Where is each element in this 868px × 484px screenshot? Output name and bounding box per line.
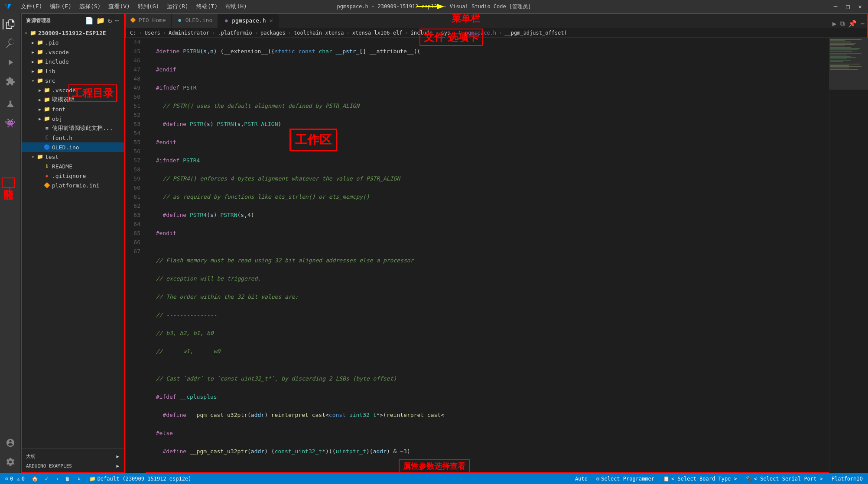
tab-pio-home[interactable]: 🔶 PIO Home [125, 13, 172, 28]
menu-select[interactable]: 选择(S) [76, 2, 104, 11]
close-button[interactable]: ✕ [856, 2, 865, 11]
trash-button[interactable]: 🗑 [63, 473, 72, 484]
tab-pgmspace-h[interactable]: ● pgmspace.h ✕ [218, 13, 279, 28]
select-serial-status[interactable]: 🔌 < Select Serial Port > [744, 473, 825, 484]
tree-item-label: obj [52, 116, 62, 122]
tree-item-root[interactable]: ▾ 📁 230909-151912-ESP12E [21, 28, 124, 38]
account-activity-item[interactable] [3, 435, 18, 451]
folder-icon: 📁 [36, 68, 43, 74]
sidebar-header-icons[interactable]: 📄 📁 ↻ ⋯ [85, 16, 119, 25]
bc-c: C: [130, 30, 136, 36]
tree-item-label: 取模说明 [52, 96, 75, 103]
extensions-activity-item[interactable] [3, 74, 18, 89]
menu-edit[interactable]: 编辑(E) [46, 2, 75, 11]
tree-item-gitignore[interactable]: ▶ ◆ .gitignore [21, 171, 124, 181]
download-icon: ⬇ [77, 476, 80, 482]
more-button[interactable]: ⋯ [860, 19, 865, 28]
tab-close-button[interactable]: ✕ [270, 17, 273, 24]
more-icon[interactable]: ⋯ [115, 16, 119, 25]
bc-function: __pgm_adjust_offset( [504, 30, 567, 36]
bc-sep: › [288, 30, 291, 36]
tree-item-label: src [45, 77, 55, 84]
tree-item-vscode[interactable]: ▶ 📁 .vscode [21, 47, 124, 57]
code-content[interactable]: #define PSTRN(s,n) (__extension__({stati… [146, 38, 829, 473]
home-button[interactable]: 🏠 [30, 473, 40, 484]
maximize-button[interactable]: □ [843, 2, 852, 11]
outline-section[interactable]: 大纲 ▶ [26, 452, 119, 461]
bc-packages: packages [260, 30, 286, 36]
window-controls[interactable]: ─ □ ✕ [831, 2, 865, 11]
tree-item-label: OLED.ino [52, 144, 79, 151]
run-button[interactable]: ▶ [832, 19, 837, 28]
tree-item-platformio-ini[interactable]: ▶ 🔶 platformio.ini [21, 181, 124, 190]
new-folder-icon[interactable]: 📁 [96, 16, 105, 25]
bc-admin: Administrator [169, 30, 209, 36]
tab-oled-ino[interactable]: ● OLED.ino [172, 13, 218, 28]
minimap-content [829, 38, 868, 71]
menu-terminal[interactable]: 终端(T) [193, 2, 221, 11]
menu-help[interactable]: 帮助(H) [222, 2, 250, 11]
tab-bar-right[interactable]: ▶ ⧉ 📌 ⋯ [832, 19, 868, 28]
activity-bar: 👾 功能区 [0, 13, 21, 473]
tree-item-label: .vscode [52, 87, 76, 94]
folder-arrow: ▾ [29, 77, 36, 84]
tree-item-readme[interactable]: ▶ ℹ README [21, 161, 124, 171]
download-button[interactable]: ⬇ [75, 473, 82, 484]
tree-item-test[interactable]: ▾ 📁 test [21, 152, 124, 161]
tree-item-readme-txt[interactable]: ▶ ≡ 使用前请阅读此文档... [21, 123, 124, 133]
settings-activity-item[interactable] [3, 454, 18, 470]
ino-tab-icon: ● [177, 17, 183, 23]
select-programmer-status[interactable]: ⚙ Select Programmer [595, 473, 656, 484]
folder-icon: 📁 [36, 77, 43, 84]
tree-item-include[interactable]: ▶ 📁 include [21, 57, 124, 66]
tree-item-qumo[interactable]: ▶ 📁 取模说明 [21, 95, 124, 104]
tree-item-oled-ino[interactable]: ▶ 🔵 OLED.ino [21, 142, 124, 152]
tree-item-font[interactable]: ▶ 📁 font [21, 104, 124, 114]
tree-item-label: font [52, 106, 65, 113]
error-count[interactable]: ⊘ 0 ⚠ 0 [3, 473, 26, 484]
arrow-right-icon: → [55, 476, 58, 482]
bc-sep: › [453, 30, 456, 36]
search-activity-item[interactable] [3, 35, 18, 51]
arduino-examples-section[interactable]: ARDUINO EXAMPLES ▶ [26, 461, 119, 471]
platformio-status[interactable]: PlatformIO [830, 473, 865, 484]
tree-item-obj[interactable]: ▶ 📁 obj [21, 114, 124, 123]
menu-goto[interactable]: 转到(G) [134, 2, 163, 11]
outline-label: 大纲 [26, 453, 36, 460]
select-board-status[interactable]: 📋 < Select Board Type > [661, 473, 739, 484]
tree-item-lib[interactable]: ▶ 📁 lib [21, 66, 124, 76]
project-name: Default (230909-151912-esp12e) [98, 476, 192, 482]
platformio-label: PlatformIO [832, 476, 863, 482]
explorer-activity-item[interactable] [3, 16, 18, 32]
bc-sep: › [499, 30, 502, 36]
split-button[interactable]: ⧉ [840, 19, 845, 28]
check-button[interactable]: ✓ [43, 473, 50, 484]
tree-item-pio[interactable]: ▶ 📁 .pio [21, 38, 124, 47]
tree-item-font-h[interactable]: ▶ C font.h [21, 133, 124, 142]
tree-item-src[interactable]: ▾ 📁 src [21, 76, 124, 85]
pin-button[interactable]: 📌 [848, 19, 857, 28]
select-board-label: < Select Board Type > [671, 476, 737, 482]
folder-icon: 📁 [43, 96, 50, 103]
arrow-right-button[interactable]: → [53, 473, 60, 484]
warning-icon: ⚠ [16, 476, 20, 482]
tree-item-label: .gitignore [52, 173, 86, 179]
tree-item-label: README [52, 163, 72, 170]
line-numbers: 44 45 46 47 48 49 50 51 52 53 54 55 56 5… [125, 38, 146, 473]
menu-file[interactable]: 文件(F) [17, 2, 46, 11]
flask-activity-item[interactable] [3, 96, 18, 112]
encoding-status[interactable]: Auto [573, 473, 589, 484]
menu-view[interactable]: 查看(V) [105, 2, 133, 11]
new-file-icon[interactable]: 📄 [85, 16, 94, 25]
minimize-button[interactable]: ─ [831, 2, 840, 11]
refresh-icon[interactable]: ↻ [108, 16, 112, 25]
tree-item-src-vscode[interactable]: ▶ 📁 .vscode [21, 85, 124, 95]
menu-run[interactable]: 运行(R) [163, 2, 192, 11]
project-status[interactable]: 📁 Default (230909-151912-esp12e) [88, 473, 193, 484]
warning-number: 0 [22, 476, 25, 482]
folder-arrow: ▶ [36, 87, 43, 94]
run-activity-item[interactable] [3, 55, 18, 70]
folder-arrow: ▶ [29, 68, 36, 74]
alien-activity-item[interactable]: 👾 [3, 115, 18, 131]
menu-bar[interactable]: 文件(F) 编辑(E) 选择(S) 查看(V) 转到(G) 运行(R) 终端(T… [17, 2, 250, 11]
